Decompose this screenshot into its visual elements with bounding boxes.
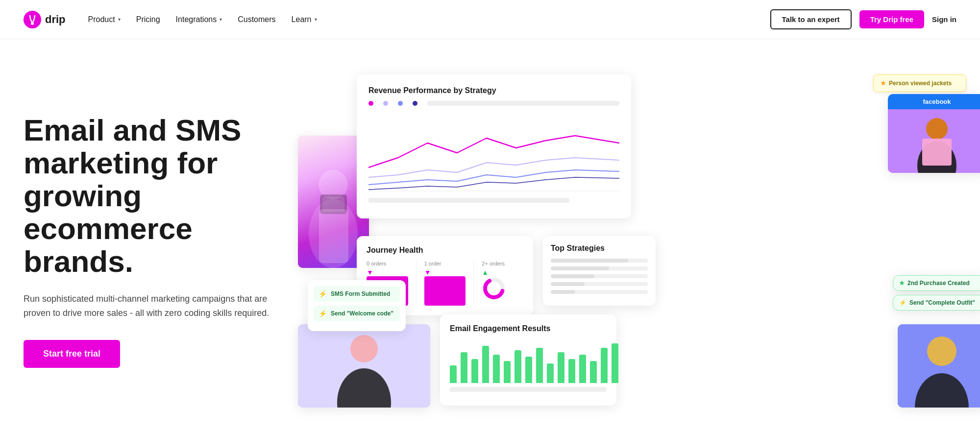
- svg-point-1: [31, 22, 34, 25]
- svg-point-10: [926, 118, 948, 140]
- nav-learn[interactable]: Learn ▾: [285, 11, 324, 28]
- legend-item-4: [413, 101, 419, 106]
- signin-button[interactable]: Sign in: [932, 15, 956, 24]
- hero-content: Email and SMS marketing for growing ecom…: [24, 114, 308, 367]
- legend-skel: [427, 101, 619, 106]
- donut-chart: [482, 276, 506, 301]
- arrow-down-icon-1: ▼: [424, 268, 466, 276]
- legend-dot-navy: [413, 101, 417, 106]
- nav-product[interactable]: Product ▾: [81, 11, 127, 28]
- legend-item-2: [383, 101, 390, 106]
- email-bar-1: [450, 365, 457, 383]
- email-bar-8: [525, 357, 532, 383]
- sms-trigger-2: ⚡ Send "Welcome code": [314, 306, 400, 321]
- chart-footer: [368, 198, 619, 207]
- hero-dashboard: ⚡ SMS Form Submitted ⚡ Send "Welcome cod…: [327, 70, 956, 412]
- chevron-down-icon: ▾: [315, 17, 317, 22]
- talk-to-expert-button[interactable]: Talk to an expert: [770, 9, 852, 29]
- journey-bar-1: [424, 276, 466, 306]
- strategy-bar-fill-5: [551, 290, 575, 294]
- try-drip-free-button[interactable]: Try Drip free: [859, 10, 924, 28]
- revenue-chart-card: Revenue Performance by Strategy: [357, 74, 631, 218]
- strategy-bar-fill: [551, 259, 628, 263]
- chart-legend: [368, 101, 619, 106]
- person-viewed-badge: ★ Person viewed jackets: [873, 74, 966, 92]
- navbar-left: drip Product ▾ Pricing Integrations ▾ Cu…: [24, 11, 324, 28]
- journey-group-2: 2+ orders ▲: [482, 261, 523, 306]
- legend-dot-lavender: [383, 101, 388, 106]
- email-engagement-card: Email Engagement Results: [440, 314, 616, 406]
- email-bar-10: [547, 363, 554, 384]
- start-free-trial-button[interactable]: Start free trial: [24, 340, 120, 368]
- email-bar-13: [579, 355, 586, 384]
- strategies-title: Top Strategies: [551, 244, 648, 253]
- journey-divider-2: [473, 261, 474, 306]
- legend-item-1: [368, 101, 375, 106]
- skel-footer-1: [368, 198, 569, 203]
- star-icon: ★: [881, 80, 886, 87]
- photo3-svg: [898, 324, 980, 408]
- svg-point-17: [927, 337, 956, 366]
- strategy-list: [551, 259, 648, 294]
- brand-name: drip: [45, 13, 66, 26]
- chart-title: Revenue Performance by Strategy: [368, 86, 619, 95]
- journey-title: Journey Health: [367, 246, 523, 255]
- top-strategies-card: Top Strategies: [543, 236, 656, 306]
- bolt-icon-outfit: ⚡: [899, 299, 906, 306]
- strategy-bar-fill-2: [551, 266, 609, 270]
- email-bar-16: [612, 343, 618, 383]
- nav-pricing[interactable]: Pricing: [129, 11, 167, 28]
- facebook-card: facebook: [888, 94, 980, 173]
- arrow-down-icon-0: ▼: [367, 268, 408, 276]
- strategy-bar-bg-3: [551, 274, 648, 278]
- email-bar-3: [471, 359, 478, 384]
- sms-trigger-1: ⚡ SMS Form Submitted: [314, 286, 400, 302]
- logo[interactable]: drip: [24, 11, 66, 28]
- sms-triggers-card: ⚡ SMS Form Submitted ⚡ Send "Welcome cod…: [308, 280, 406, 331]
- person-card-2: [298, 324, 430, 408]
- bolt-icon: ⚡: [318, 290, 327, 298]
- hero-title: Email and SMS marketing for growing ecom…: [24, 114, 308, 278]
- nav-customers[interactable]: Customers: [231, 11, 282, 28]
- hero-subtitle: Run sophisticated multi-channel marketin…: [24, 292, 278, 320]
- navbar: drip Product ▾ Pricing Integrations ▾ Cu…: [0, 0, 980, 39]
- star-icon-purchase: ★: [899, 280, 905, 287]
- facebook-person-svg: [888, 109, 980, 173]
- email-bar-6: [504, 361, 511, 383]
- strategy-bar-bg-2: [551, 266, 648, 270]
- svg-point-14: [350, 335, 378, 362]
- strategy-bar-bg-4: [551, 282, 648, 286]
- nav-integrations[interactable]: Integrations ▾: [169, 11, 229, 28]
- strategy-row-2: [551, 266, 648, 270]
- journey-label-2: 2+ orders: [482, 261, 523, 266]
- purchase-badge: ★ 2nd Purchase Created: [893, 275, 980, 291]
- email-bar-9: [536, 348, 543, 383]
- journey-donut-row: [482, 276, 523, 301]
- legend-item-3: [398, 101, 405, 106]
- strategy-bar-bg-5: [551, 290, 648, 294]
- legend-dot-blue: [398, 101, 403, 106]
- journey-label-1: 1 order: [424, 261, 466, 266]
- nav-links: Product ▾ Pricing Integrations ▾ Custome…: [81, 11, 324, 28]
- navbar-right: Talk to an expert Try Drip free Sign in: [770, 9, 956, 29]
- strategy-bar-fill-3: [551, 274, 594, 278]
- email-bar-14: [590, 361, 597, 383]
- facebook-header: facebook: [888, 94, 980, 109]
- journey-divider: [416, 261, 416, 306]
- email-title: Email Engagement Results: [450, 324, 607, 333]
- svg-rect-12: [922, 139, 952, 166]
- email-bar-15: [601, 348, 608, 383]
- strategy-bar-bg: [551, 259, 648, 263]
- facebook-image: [888, 109, 980, 173]
- bolt-icon: ⚡: [318, 310, 327, 317]
- drip-logo-icon: [24, 11, 41, 28]
- email-bar-5: [493, 355, 500, 384]
- photo-card-3: [898, 324, 980, 408]
- email-bar-12: [568, 359, 575, 384]
- hero-section: Email and SMS marketing for growing ecom…: [0, 39, 980, 433]
- revenue-line-chart: [368, 114, 619, 192]
- email-bar-11: [558, 352, 564, 383]
- email-bar-7: [514, 350, 521, 384]
- strategy-row-3: [551, 274, 648, 278]
- svg-point-0: [24, 11, 41, 28]
